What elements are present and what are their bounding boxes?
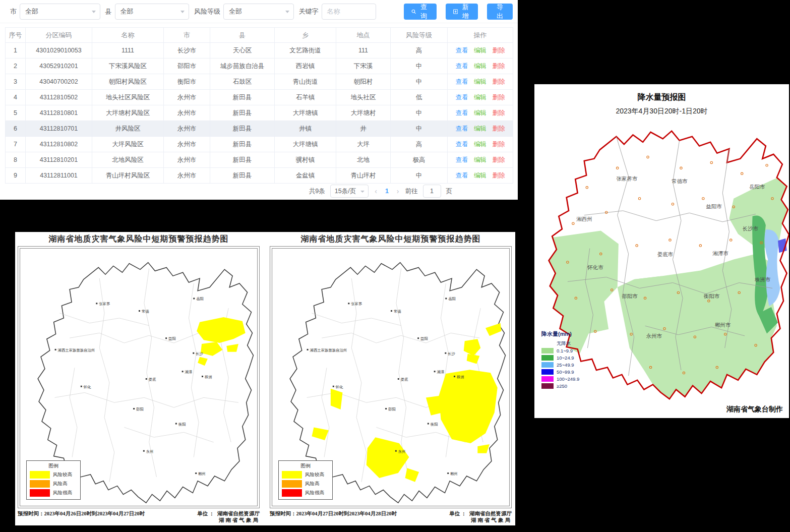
risk-level-cell: 高 <box>391 137 448 152</box>
table-row: 8 43112810201 北地风险区 永州市 新田县 骥村镇 北地 极高 查看… <box>6 152 513 168</box>
col-header: 乡 <box>275 28 336 43</box>
delete-link[interactable]: 删除 <box>492 47 505 54</box>
svg-text:张家界: 张家界 <box>351 302 362 306</box>
actions-cell: 查看 编辑 删除 <box>448 43 513 58</box>
svg-text:常德: 常德 <box>394 309 401 314</box>
delete-link[interactable]: 删除 <box>492 125 505 132</box>
table-row: 7 43112810802 大坪风险区 永州市 新田县 大坪塘镇 大坪 高 查看… <box>6 137 513 152</box>
keyword-input[interactable]: 名称 <box>322 4 377 20</box>
edit-link[interactable]: 编辑 <box>474 94 487 101</box>
risk-level-cell: 高 <box>391 43 448 58</box>
edit-link[interactable]: 编辑 <box>474 156 487 163</box>
county-select[interactable]: 全部 <box>115 4 190 20</box>
edit-link[interactable]: 编辑 <box>474 125 487 132</box>
total-count: 共9条 <box>309 187 325 196</box>
current-page[interactable]: 1 <box>383 188 391 195</box>
svg-text:株洲: 株洲 <box>456 375 464 379</box>
svg-text:娄底: 娄底 <box>149 377 156 382</box>
svg-text:长沙: 长沙 <box>195 351 203 356</box>
delete-link[interactable]: 删除 <box>492 94 505 101</box>
unit-org-1: 湖南省自然资源厅 <box>217 511 260 516</box>
svg-text:郴州: 郴州 <box>198 471 206 476</box>
svg-text:益阳市: 益阳市 <box>706 204 722 210</box>
goto-page-input[interactable]: 1 <box>423 185 441 198</box>
chevron-down-icon <box>360 191 364 193</box>
view-link[interactable]: 查看 <box>456 94 468 101</box>
export-button[interactable]: 导出 <box>487 4 513 20</box>
svg-text:湘潭: 湘潭 <box>437 370 445 374</box>
filter-bar: 市 全部 县 全部 风险等级 全部 关键字 名称 查询 新增 导出 <box>0 0 518 23</box>
col-header: 地点 <box>336 28 391 43</box>
risk-zone-table: 序号 分区编码 名称 市 县 乡 地点 风险等级 操作 1 4301029010… <box>5 27 513 184</box>
edit-link[interactable]: 编辑 <box>474 172 487 179</box>
trend-legend: 图例 风险较高 风险高 风险很高 <box>26 460 81 500</box>
view-link[interactable]: 查看 <box>456 172 468 179</box>
view-link[interactable]: 查看 <box>456 47 468 54</box>
precip-legend: 降水量(mm) 无降水 0.1~9.9 10~24.9 25~49.9 50~9… <box>541 330 579 389</box>
plus-box-icon <box>453 9 458 15</box>
edit-link[interactable]: 编辑 <box>474 109 487 116</box>
precipitation-map-panel: 降水量预报图 2023年4月30日20时-1日20时 <box>534 84 789 418</box>
search-button[interactable]: 查询 <box>404 4 437 20</box>
view-link[interactable]: 查看 <box>456 156 468 163</box>
view-link[interactable]: 查看 <box>456 141 468 148</box>
chevron-down-icon <box>92 11 96 13</box>
svg-text:怀化市: 怀化市 <box>587 265 603 270</box>
trend-map-title: 湖南省地质灾害气象风险中短期预警预报趋势图 <box>15 232 262 245</box>
precip-map-title: 降水量预报图 <box>534 84 789 103</box>
forecast-time: 预报时间：2023年04月26日20时到2023年04月27日20时 <box>18 510 145 523</box>
actions-cell: 查看 编辑 删除 <box>448 58 513 74</box>
city-select[interactable]: 全部 <box>20 4 100 20</box>
actions-cell: 查看 编辑 删除 <box>448 74 513 90</box>
trend-map-title: 湖南省地质灾害气象风险中短期预警预报趋势图 <box>267 232 514 245</box>
actions-cell: 查看 编辑 删除 <box>448 105 513 121</box>
delete-link[interactable]: 删除 <box>492 156 505 163</box>
risk-level-cell: 低 <box>391 90 448 105</box>
svg-text:娄底市: 娄底市 <box>657 252 674 257</box>
col-header: 风险等级 <box>391 28 448 43</box>
delete-link[interactable]: 删除 <box>492 63 505 70</box>
unit-org-1: 湖南省自然资源厅 <box>469 511 512 516</box>
view-link[interactable]: 查看 <box>456 63 468 70</box>
add-button[interactable]: 新增 <box>446 4 478 20</box>
view-link[interactable]: 查看 <box>456 109 468 116</box>
legend-swatch-orange <box>30 480 50 488</box>
svg-text:永州: 永州 <box>146 449 154 454</box>
unit-org-2: 湖南省气象局 <box>471 517 512 523</box>
delete-link[interactable]: 删除 <box>492 141 505 148</box>
legend-swatch-yellow <box>282 471 302 479</box>
map-credit: 湖南省气象台制作 <box>726 405 783 414</box>
svg-text:益阳: 益阳 <box>420 336 428 341</box>
svg-text:衡阳市: 衡阳市 <box>703 293 720 299</box>
view-link[interactable]: 查看 <box>456 78 468 85</box>
risk-level-select[interactable]: 全部 <box>223 4 293 20</box>
page-size-select[interactable]: 15条/页 <box>330 185 369 198</box>
svg-text:常德: 常德 <box>142 309 149 314</box>
edit-link[interactable]: 编辑 <box>474 141 487 148</box>
view-link[interactable]: 查看 <box>456 125 468 132</box>
trend-maps-strip: 湖南省地质灾害气象风险中短期预警预报趋势图 <box>15 232 515 525</box>
edit-link[interactable]: 编辑 <box>474 78 487 85</box>
pagination: 共9条 15条/页 ‹ 1 › 前往 1 页 <box>309 185 452 198</box>
actions-cell: 查看 编辑 删除 <box>448 121 513 137</box>
prev-page-button[interactable]: ‹ <box>374 187 378 195</box>
svg-text:株洲: 株洲 <box>204 375 212 379</box>
edit-link[interactable]: 编辑 <box>474 47 487 54</box>
next-page-button[interactable]: › <box>396 187 400 195</box>
delete-link[interactable]: 删除 <box>492 78 505 85</box>
chevron-down-icon <box>285 11 289 13</box>
edit-link[interactable]: 编辑 <box>474 63 487 70</box>
svg-text:湘西土家族苗族自治州: 湘西土家族苗族自治州 <box>58 348 95 352</box>
svg-text:邵阳: 邵阳 <box>388 407 396 411</box>
svg-text:郴州: 郴州 <box>450 471 458 476</box>
svg-text:株洲市: 株洲市 <box>754 277 771 282</box>
svg-text:长沙市: 长沙市 <box>743 225 759 231</box>
svg-text:永州: 永州 <box>398 449 406 454</box>
delete-link[interactable]: 删除 <box>492 172 505 179</box>
legend-swatch-yellow <box>30 471 50 479</box>
svg-text:怀化: 怀化 <box>83 385 91 389</box>
svg-text:娄底: 娄底 <box>401 377 408 382</box>
table-row: 5 43112810801 大坪塘村风险区 永州市 新田县 大坪塘镇 大坪塘村 … <box>6 105 513 121</box>
legend-swatch-blue <box>541 369 554 375</box>
delete-link[interactable]: 删除 <box>492 109 505 116</box>
